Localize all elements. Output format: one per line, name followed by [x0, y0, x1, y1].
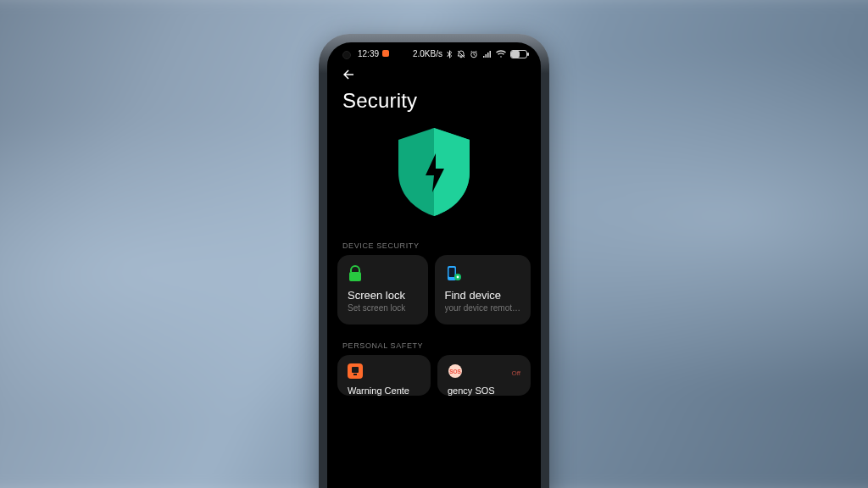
lock-icon [348, 265, 418, 284]
dnd-icon [457, 50, 465, 58]
status-bar: 12:39 2.0KB/s [327, 42, 541, 60]
back-button[interactable] [327, 60, 541, 87]
tile-find-device[interactable]: Find device your device remot… [435, 255, 531, 324]
shield-icon [392, 125, 476, 219]
status-time: 12:39 [358, 49, 389, 58]
tile-warning-centre[interactable]: Warning Cente [337, 355, 431, 396]
tile-subtitle: Set screen lock [348, 303, 418, 313]
phone-frame: 12:39 2.0KB/s [319, 34, 549, 488]
tile-title: Warning Cente [348, 385, 420, 396]
wifi-icon [496, 50, 506, 58]
security-shield-graphic [327, 119, 541, 236]
sos-icon: SOS [448, 363, 465, 382]
recording-indicator-icon [382, 50, 389, 57]
svg-rect-7 [352, 367, 359, 373]
tile-title: Find device [445, 289, 520, 302]
svg-point-5 [456, 276, 459, 279]
phone-screen: 12:39 2.0KB/s [327, 42, 541, 488]
status-net-speed: 2.0KB/s [413, 49, 442, 58]
punch-hole-camera [342, 51, 351, 59]
tile-title: gency SOS [448, 385, 520, 396]
back-arrow-icon [341, 67, 356, 82]
tile-subtitle: your device remot… [445, 303, 520, 313]
warning-icon [348, 363, 363, 382]
svg-text:SOS: SOS [449, 369, 461, 374]
status-badge-off: Off [511, 369, 520, 377]
signal-icon [482, 50, 492, 58]
page-title: Security [327, 87, 541, 119]
svg-rect-1 [349, 272, 361, 281]
section-label-personal-safety: PERSONAL SAFETY [327, 336, 541, 355]
tile-screen-lock[interactable]: Screen lock Set screen lock [337, 255, 428, 324]
section-label-device-security: DEVICE SECURITY [327, 236, 541, 255]
svg-rect-8 [353, 374, 357, 375]
alarm-icon [470, 50, 478, 58]
svg-rect-3 [448, 268, 454, 277]
tile-emergency-sos[interactable]: SOS Off gency SOS [437, 355, 531, 396]
tile-title: Screen lock [348, 289, 418, 302]
phone-locate-icon [445, 265, 520, 284]
bluetooth-icon [447, 50, 453, 58]
battery-icon [510, 50, 527, 58]
